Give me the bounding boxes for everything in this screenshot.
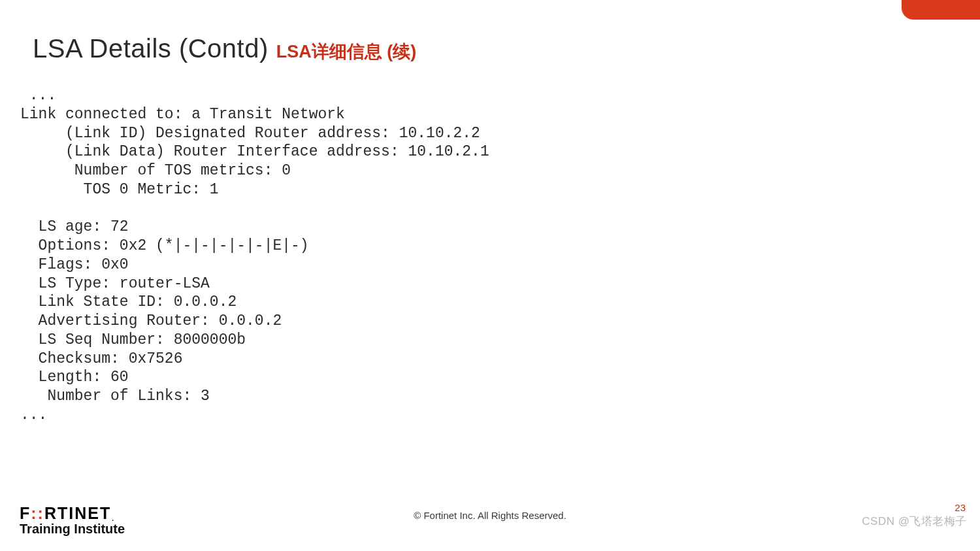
fortinet-logo-text: F::RTINET. [20, 504, 125, 523]
copyright-text: © Fortinet Inc. All Rights Reserved. [414, 510, 566, 521]
lsa-output-code-block: ... Link connected to: a Transit Network… [17, 80, 592, 431]
slide-title-chinese: LSA详细信息 (续) [276, 40, 416, 63]
page-number: 23 [955, 502, 966, 513]
csdn-watermark: CSDN @飞塔老梅子 [862, 514, 967, 529]
slide-title-english: LSA Details (Contd) [33, 34, 269, 63]
slide-header: LSA Details (Contd) LSA详细信息 (续) [33, 34, 416, 63]
slide-footer: F::RTINET. Training Institute © Fortinet… [0, 491, 980, 537]
fortinet-logo-subtitle: Training Institute [20, 522, 125, 537]
corner-tab-decoration [902, 0, 980, 20]
fortinet-logo-block: F::RTINET. Training Institute [20, 504, 125, 537]
